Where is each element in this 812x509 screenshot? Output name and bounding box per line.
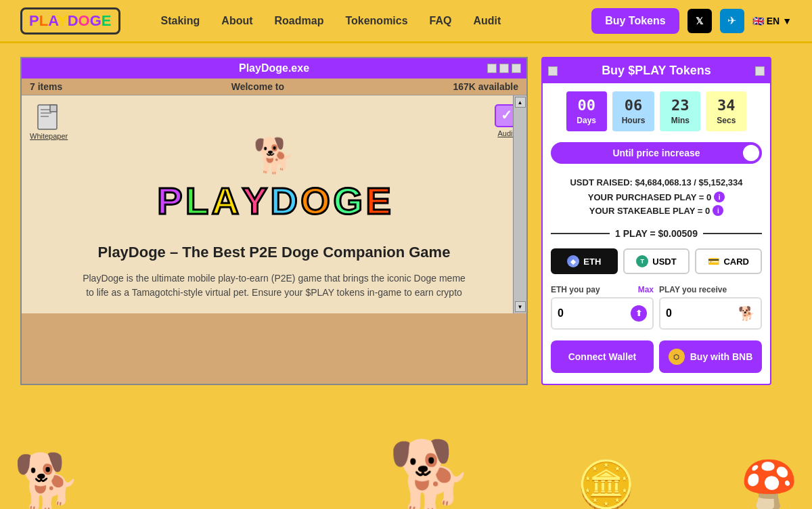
nav-faq[interactable]: FAQ: [430, 15, 452, 27]
windows-titlebar: PlayDoge.exe: [22, 58, 526, 79]
scroll-down-button[interactable]: ▼: [515, 301, 526, 312]
svg-rect-2: [41, 112, 51, 114]
play-input-label: PLAY you receive: [659, 285, 762, 294]
windows-title: PlayDoge.exe: [239, 62, 309, 74]
input-row: ETH you pay Max 0 ⬆ PLAY you receive 0 🐕: [543, 280, 770, 335]
audit-label: Audit: [497, 129, 514, 137]
nav-right: Buy Tokens 𝕏 ✈ 🇬🇧 EN ▼: [591, 8, 792, 34]
price-increase-label: Until price increase: [612, 148, 700, 158]
raised-text: USDT RAISED: $4,684,068.13 / $5,152,334: [551, 177, 762, 187]
svg-text:✓: ✓: [501, 108, 512, 123]
countdown-days: 00 Days: [566, 91, 607, 131]
pixel-coin-right: 🪙: [577, 462, 635, 509]
buy-minimize-button[interactable]: [548, 66, 558, 76]
buy-panel-title: Buy $PLAY Tokens: [602, 64, 711, 78]
site-logo[interactable]: PLAYDOGE: [20, 7, 120, 35]
purchased-text: YOUR PURCHASED PLAY = 0 i: [551, 192, 762, 202]
stakeable-info-icon[interactable]: i: [713, 205, 723, 216]
eth-arrow-icon: ⬆: [631, 305, 647, 322]
twitter-icon[interactable]: 𝕏: [687, 9, 712, 33]
telegram-icon[interactable]: ✈: [720, 9, 744, 33]
main-description: PlayDoge is the ultimate mobile play-to-…: [78, 271, 470, 300]
stakeable-text: YOUR STAKEABLE PLAY = 0 i: [551, 205, 762, 216]
maximize-button[interactable]: [499, 64, 509, 73]
eth-input-label: ETH you pay Max: [551, 285, 654, 294]
connect-wallet-button[interactable]: Connect Wallet: [551, 340, 654, 373]
nav-roadmap[interactable]: Roadmap: [275, 15, 324, 27]
windows-panel: PlayDoge.exe 7 items Welcome to 167K ava…: [20, 57, 528, 385]
countdown-secs: 34 Secs: [706, 91, 746, 131]
payment-methods: ◆ ETH T USDT 💳 CARD: [543, 243, 770, 280]
nav-staking[interactable]: Staking: [161, 15, 200, 27]
logo-area: 🐕 P L A Y D O G E: [157, 136, 391, 220]
divider-line-right: [703, 233, 762, 234]
language-selector[interactable]: 🇬🇧 EN ▼: [752, 16, 792, 26]
windows-menubar: 7 items Welcome to 167K available: [22, 79, 526, 95]
svg-rect-4: [50, 105, 57, 112]
buy-close-button[interactable]: [755, 66, 765, 76]
eth-value: 0: [558, 307, 564, 319]
scroll-up-button[interactable]: ▲: [515, 97, 526, 108]
max-link[interactable]: Max: [638, 285, 654, 294]
bnb-icon: ⬡: [669, 349, 685, 365]
minimize-button[interactable]: [487, 64, 497, 73]
eth-payment-button[interactable]: ◆ ETH: [551, 248, 618, 274]
main-headline: PlayDoge – The Best P2E Doge Companion G…: [98, 244, 451, 261]
usdt-payment-button[interactable]: T USDT: [623, 248, 690, 274]
buy-panel-controls: [548, 66, 558, 76]
available-count: 167K available: [453, 81, 518, 92]
play-input[interactable]: 0 🐕: [659, 297, 762, 330]
nav-about[interactable]: About: [221, 15, 252, 27]
windows-content: Whitepaper ✓ Audit 🐕 P L A: [22, 95, 526, 313]
navbar: PLAYDOGE Staking About Roadmap Tokenomic…: [0, 0, 812, 43]
buy-bnb-button[interactable]: ⬡ Buy with BNB: [659, 340, 762, 373]
usdt-icon: T: [636, 255, 648, 267]
items-count: 7 items: [30, 81, 62, 92]
countdown: 00 Days 06 Hours 23 Mins 34 Secs: [543, 83, 770, 139]
eth-input[interactable]: 0 ⬆: [551, 297, 654, 330]
price-increase-toggle: [743, 145, 759, 161]
pixel-dog-left: 🐕: [14, 455, 81, 509]
price-divider: 1 PLAY = $0.00509: [543, 224, 770, 243]
pixel-mushroom: 🍄: [740, 462, 798, 509]
play-input-group: PLAY you receive 0 🐕: [659, 285, 762, 330]
divider-line-left: [551, 233, 610, 234]
price-increase-bar: Until price increase: [551, 142, 762, 164]
whitepaper-label: Whitepaper: [30, 132, 68, 140]
whitepaper-icon[interactable]: Whitepaper: [30, 104, 68, 140]
nav-links: Staking About Roadmap Tokenomics FAQ Aud…: [161, 15, 592, 27]
raised-section: USDT RAISED: $4,684,068.13 / $5,152,334 …: [543, 172, 770, 224]
eth-input-group: ETH you pay Max 0 ⬆: [551, 285, 654, 330]
welcome-text: Welcome to: [231, 81, 284, 92]
svg-rect-3: [41, 116, 49, 117]
pixel-dog-rider: 🐕: [388, 441, 473, 509]
countdown-hours: 06 Hours: [612, 91, 655, 131]
doge-character: 🐕: [157, 136, 391, 175]
playdoge-big-logo: P L A Y D O G E: [157, 182, 391, 220]
main-content: PlayDoge.exe 7 items Welcome to 167K ava…: [0, 43, 812, 399]
action-buttons: Connect Wallet ⬡ Buy with BNB: [543, 335, 770, 384]
eth-icon: ◆: [567, 255, 579, 267]
play-value: 0: [666, 307, 672, 319]
nav-tokenomics[interactable]: Tokenomics: [345, 15, 407, 27]
card-icon: 💳: [708, 256, 719, 267]
close-button[interactable]: [512, 64, 521, 73]
nav-audit[interactable]: Audit: [474, 15, 501, 27]
scrollbar[interactable]: ▲ ▼: [513, 95, 526, 313]
windows-controls: [487, 64, 521, 73]
buy-tokens-button[interactable]: Buy Tokens: [591, 8, 679, 34]
purchased-info-icon[interactable]: i: [714, 192, 725, 202]
buy-panel-titlebar: Buy $PLAY Tokens: [543, 58, 770, 83]
card-payment-button[interactable]: 💳 CARD: [695, 248, 762, 274]
doge-icon: 🐕: [738, 305, 755, 322]
buy-panel: Buy $PLAY Tokens 00 Days 06 Hours 23 Min…: [541, 57, 771, 385]
play-price: 1 PLAY = $0.00509: [615, 228, 698, 239]
countdown-mins: 23 Mins: [660, 91, 700, 131]
